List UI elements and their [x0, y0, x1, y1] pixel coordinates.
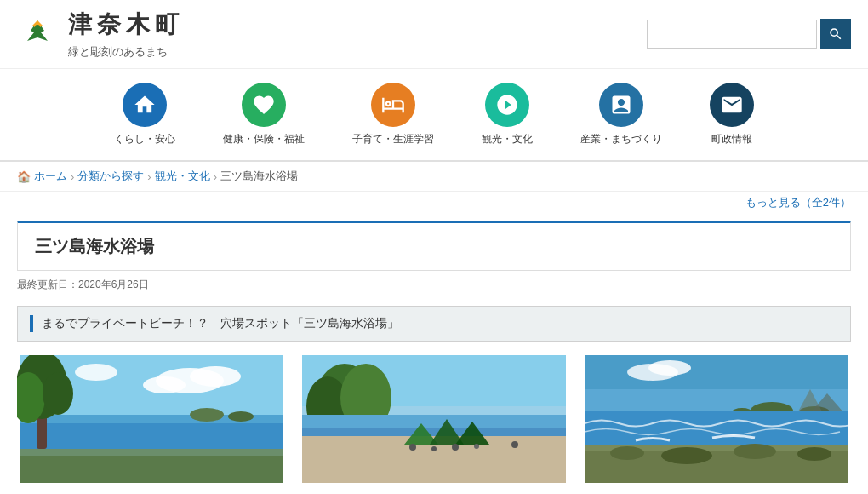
nav-label-sangyo: 産業・まちづくり	[580, 132, 662, 146]
nav-label-kurashi: くらし・安心	[114, 132, 175, 146]
logo-text: 津奈木町 緑と彫刻のあるまち	[68, 9, 184, 60]
nav-icon-kenko	[242, 83, 286, 127]
search-button[interactable]	[820, 19, 851, 49]
logo-area: 津奈木町 緑と彫刻のあるまち	[17, 9, 184, 60]
breadcrumb-sep-3: ›	[214, 170, 217, 183]
svg-point-5	[143, 376, 186, 393]
logo-subtitle: 緑と彫刻のあるまち	[68, 44, 184, 60]
svg-point-31	[452, 444, 459, 451]
nav-icon-chosei	[710, 83, 754, 127]
svg-point-48	[734, 444, 776, 459]
section-heading-text: まるでプライベートビーチ！？ 穴場スポット「三ツ島海水浴場」	[42, 316, 399, 331]
svg-point-29	[409, 444, 416, 451]
nav-icon-kosodate	[371, 83, 415, 127]
breadcrumb-home-icon: 🏠	[17, 170, 31, 183]
nav-label-kosodate: 子育て・生涯学習	[352, 132, 434, 146]
svg-rect-35	[585, 355, 848, 389]
svg-rect-12	[20, 456, 283, 483]
svg-point-32	[474, 444, 479, 449]
nav-item-chosei[interactable]: 町政情報	[686, 76, 778, 153]
breadcrumb-link-home[interactable]: ホーム	[34, 169, 67, 184]
logo-title: 津奈木町	[68, 9, 184, 41]
svg-point-30	[431, 446, 437, 451]
nav-item-sangyo[interactable]: 産業・まちづくり	[557, 76, 686, 153]
svg-point-16	[43, 372, 73, 415]
svg-point-10	[228, 411, 254, 422]
svg-point-47	[661, 447, 712, 464]
svg-point-33	[511, 441, 518, 448]
header: 津奈木町 緑と彫刻のあるまち	[0, 0, 868, 69]
nav-icon-kanko	[485, 83, 529, 127]
main-content: 三ツ島海水浴場 最終更新日：2020年6月26日 まるでプライベートビーチ！？ …	[0, 221, 868, 494]
nav-label-chosei: 町政情報	[711, 132, 752, 146]
photo-placeholder-3	[582, 355, 851, 483]
nav-label-kanko: 観光・文化	[482, 132, 533, 146]
nav-item-kurashi[interactable]: くらし・安心	[90, 76, 199, 153]
svg-point-9	[190, 408, 224, 422]
photo-item-1	[17, 355, 286, 483]
more-link-row: もっと見る（全2件）	[0, 192, 868, 212]
search-input[interactable]	[647, 20, 817, 49]
page-title-box: 三ツ島海水浴場	[17, 221, 851, 271]
nav-item-kanko[interactable]: 観光・文化	[458, 76, 557, 153]
svg-point-4	[190, 366, 241, 387]
photo-placeholder-1	[17, 355, 286, 483]
search-area	[647, 19, 851, 49]
svg-rect-43	[585, 411, 848, 449]
main-nav: くらし・安心 健康・保険・福祉 子育て・生涯学習 観光・文化 産業・まちづくり	[0, 69, 868, 162]
svg-point-46	[610, 446, 644, 460]
update-date: 最終更新日：2020年6月26日	[17, 278, 851, 292]
section-heading-bar	[30, 315, 33, 332]
nav-icon-sangyo	[599, 83, 643, 127]
nav-item-kenko[interactable]: 健康・保険・福祉	[199, 76, 328, 153]
svg-point-37	[648, 360, 691, 376]
svg-point-6	[75, 364, 117, 381]
photo-item-3	[582, 355, 851, 483]
nav-icon-kurashi	[123, 83, 167, 127]
section-heading: まるでプライベートビーチ！？ 穴場スポット「三ツ島海水浴場」	[17, 306, 851, 342]
photo-item-2	[300, 355, 568, 483]
breadcrumb-sep-2: ›	[147, 170, 151, 183]
nav-label-kenko: 健康・保険・福祉	[223, 132, 305, 146]
breadcrumb-current: 三ツ島海水浴場	[220, 169, 298, 184]
svg-point-1	[35, 25, 40, 30]
breadcrumb-link-bunrui[interactable]: 分類から探す	[77, 169, 144, 184]
more-link[interactable]: もっと見る（全2件）	[745, 196, 851, 209]
svg-point-49	[797, 447, 831, 461]
page-title: 三ツ島海水浴場	[35, 235, 833, 258]
nav-list: くらし・安心 健康・保険・福祉 子育て・生涯学習 観光・文化 産業・まちづくり	[0, 76, 868, 153]
photo-gallery	[17, 355, 851, 483]
breadcrumb-link-kanko[interactable]: 観光・文化	[155, 169, 210, 184]
photo-placeholder-2	[300, 355, 568, 483]
search-icon	[828, 26, 843, 42]
logo-icon	[17, 14, 58, 55]
breadcrumb: 🏠 ホーム › 分類から探す › 観光・文化 › 三ツ島海水浴場	[0, 162, 868, 192]
breadcrumb-sep-1: ›	[71, 170, 74, 183]
nav-item-kosodate[interactable]: 子育て・生涯学習	[328, 76, 458, 153]
